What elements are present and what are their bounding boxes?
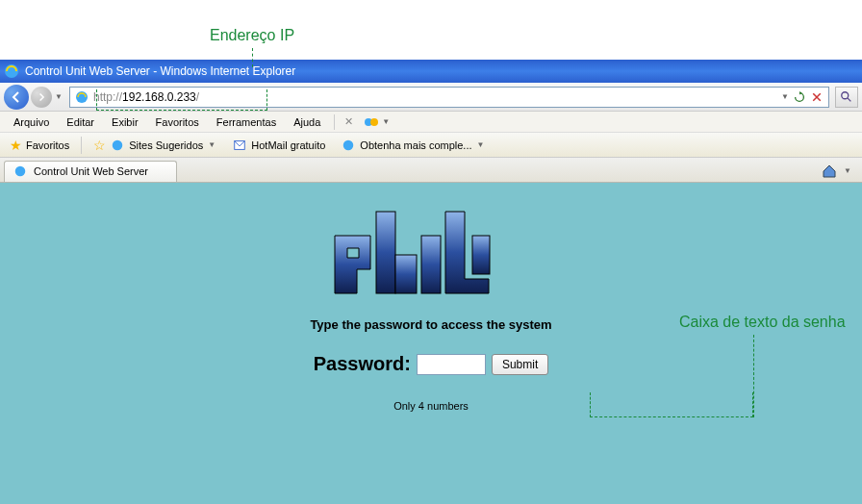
brand-logo: [181, 202, 681, 300]
annotation-pwd-label: Caixa de texto da senha: [679, 314, 846, 331]
hotmail-icon: [232, 138, 247, 153]
annotation-ip-box: [96, 89, 267, 111]
tab-bar: Control Unit Web Server ▼: [0, 158, 862, 183]
page-content: Type the password to access the system P…: [0, 183, 862, 504]
svg-point-9: [15, 166, 26, 177]
password-label: Password:: [314, 353, 411, 375]
tab-title: Control Unit Web Server: [34, 165, 148, 177]
svg-rect-13: [472, 236, 490, 274]
favorites-button[interactable]: ★ Favoritos: [4, 136, 75, 155]
svg-point-6: [113, 139, 123, 150]
page-icon: [74, 89, 89, 105]
tab-page-icon: [13, 164, 28, 179]
tab-tools: ▼: [822, 164, 858, 179]
window-title: Control Unit Web Server - Windows Intern…: [25, 64, 295, 78]
password-row: Password: Submit: [181, 353, 681, 375]
hotmail-label: HotMail gratuito: [251, 139, 325, 151]
home-icon[interactable]: [822, 164, 837, 179]
forward-button[interactable]: [31, 87, 52, 108]
address-dropdown[interactable]: ▼: [780, 92, 790, 101]
suggested-dropdown[interactable]: ▼: [207, 140, 216, 149]
svg-line-3: [848, 97, 851, 101]
favorites-bar: ★ Favoritos ☆ Sites Sugeridos ▼ HotMail …: [0, 133, 862, 158]
login-area: Type the password to access the system P…: [181, 202, 681, 412]
back-button[interactable]: [4, 85, 29, 110]
refresh-icon[interactable]: [792, 89, 807, 105]
get-more-dropdown[interactable]: ▼: [476, 140, 486, 149]
menu-exibir[interactable]: Exibir: [104, 114, 146, 130]
menu-ferramentas[interactable]: Ferramentas: [209, 114, 284, 130]
menu-separator: [334, 114, 335, 130]
search-button[interactable]: [835, 87, 858, 108]
nav-history-dropdown[interactable]: ▼: [54, 92, 63, 101]
annotation-ip-label: Endereço IP: [210, 27, 294, 44]
menu-editar[interactable]: Editar: [59, 114, 102, 130]
svg-rect-10: [376, 212, 395, 293]
toolbar-extra-icon[interactable]: [364, 114, 379, 130]
ie-small-icon: [110, 138, 125, 153]
menu-bar: Arquivo Editar Exibir Favoritos Ferramen…: [0, 112, 862, 133]
hotmail-button[interactable]: HotMail gratuito: [226, 136, 331, 155]
svg-rect-11: [395, 255, 417, 293]
svg-point-5: [370, 118, 378, 126]
menu-arquivo[interactable]: Arquivo: [6, 114, 57, 130]
stop-icon[interactable]: [809, 89, 824, 105]
toolbar-extra-dropdown[interactable]: ▼: [381, 117, 391, 126]
address-right-controls: ▼: [780, 89, 828, 105]
window-titlebar: Control Unit Web Server - Windows Intern…: [0, 60, 862, 83]
annotation-pwd-box: [590, 392, 753, 417]
home-dropdown[interactable]: ▼: [843, 166, 852, 175]
annotation-pwd-line: [753, 335, 754, 417]
menu-favoritos[interactable]: Favoritos: [148, 114, 207, 130]
svg-point-8: [343, 139, 354, 150]
ie-small-icon: [341, 138, 356, 153]
svg-rect-12: [421, 236, 441, 293]
menu-ajuda[interactable]: Ajuda: [286, 114, 328, 130]
svg-point-2: [842, 91, 849, 98]
ie-icon: [4, 63, 19, 79]
annotation-ip-line: [252, 48, 253, 67]
suggested-sites-label: Sites Sugeridos: [129, 139, 203, 151]
star-icon: ★: [10, 138, 22, 153]
favorites-label: Favoritos: [26, 139, 69, 151]
close-toolbar-icon[interactable]: ✕: [341, 114, 356, 130]
password-input[interactable]: [417, 354, 486, 375]
login-prompt: Type the password to access the system: [181, 317, 681, 332]
browser-tab[interactable]: Control Unit Web Server: [4, 161, 177, 182]
submit-button[interactable]: Submit: [492, 354, 548, 375]
star-icon: ☆: [93, 138, 106, 153]
fav-separator: [81, 137, 82, 154]
get-more-label: Obtenha mais comple...: [360, 139, 471, 151]
suggested-sites-button[interactable]: ☆ Sites Sugeridos ▼: [88, 136, 222, 155]
get-more-button[interactable]: Obtenha mais comple... ▼: [335, 136, 491, 155]
